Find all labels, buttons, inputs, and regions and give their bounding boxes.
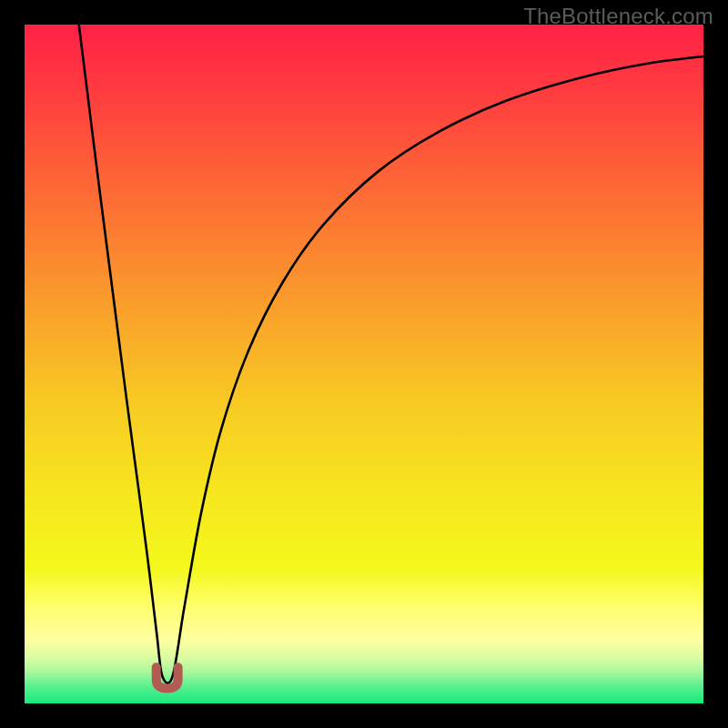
chart-svg (25, 25, 703, 703)
chart-frame: TheBottleneck.com (0, 0, 728, 728)
chart-background (25, 25, 703, 703)
watermark-label: TheBottleneck.com (523, 4, 713, 29)
chart-plot-area (25, 25, 703, 703)
